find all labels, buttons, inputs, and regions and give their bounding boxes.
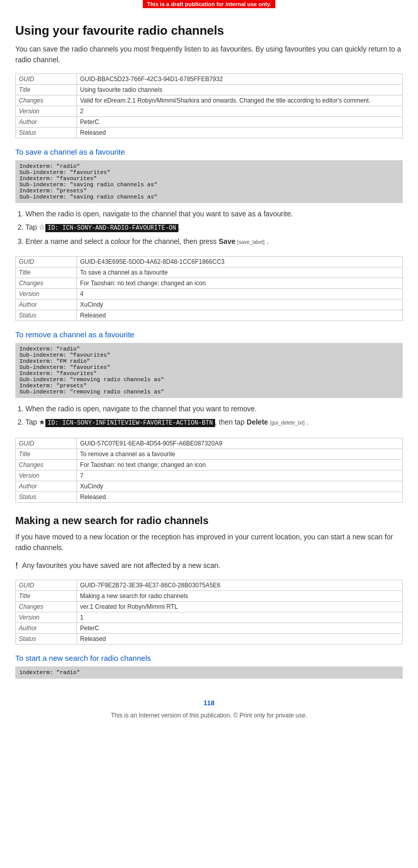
- meta-label-guid: GUID: [16, 74, 77, 85]
- save-label-bracket: [save_label]: [238, 239, 265, 245]
- remove-step-2: Tap ★ID: ICN-SONY-INFINITEVIEW-FAVORITE-…: [25, 416, 403, 428]
- section-remove-heading: To remove a channel as a favourite: [15, 330, 403, 339]
- star-filled-icon: ★: [39, 416, 45, 428]
- meta-table-2: GUID GUID-E43E695E-5D0D-4A62-8D48-1CC6F1…: [15, 256, 403, 321]
- meta2-value-guid: GUID-E43E695E-5D0D-4A62-8D48-1CC6F1866CC…: [77, 256, 403, 267]
- meta2-value-status: Released: [77, 310, 403, 320]
- section-new-search-heading: Making a new search for radio channels: [15, 515, 403, 527]
- meta-value-status: Released: [77, 128, 403, 138]
- meta-value-title: Using favourite radio channels: [77, 85, 403, 95]
- meta4-row-author: Author PeterC: [16, 623, 403, 633]
- meta-table-3: GUID GUID-57C07E91-6EAB-4D54-905F-A6BE08…: [15, 438, 403, 503]
- save-step-1: When the radio is open, navigate to the …: [25, 208, 403, 219]
- meta3-label-changes: Changes: [16, 459, 77, 470]
- meta3-row-title: Title To remove a channel as a favourite: [16, 449, 403, 459]
- meta-row-status: Status Released: [16, 128, 403, 138]
- meta4-label-title: Title: [16, 590, 77, 601]
- meta2-row-author: Author XuCindy: [16, 299, 403, 310]
- meta3-label-status: Status: [16, 491, 77, 502]
- footer-disclaimer: This is an Internet version of this publ…: [15, 712, 403, 719]
- meta3-row-status: Status Released: [16, 491, 403, 502]
- delete-label-bracket: [gui_delete_txt]: [270, 420, 305, 426]
- star-outline-icon: ☆: [39, 221, 45, 233]
- meta3-value-changes: For Taoshan: no text change; changed an …: [77, 459, 403, 470]
- page-title: Using your favourite radio channels: [15, 23, 403, 38]
- meta3-value-version: 7: [77, 470, 403, 481]
- section-save: To save a channel as a favourite Indexte…: [15, 147, 403, 247]
- meta2-label-title: Title: [16, 267, 77, 278]
- meta-row-author: Author PeterC: [16, 117, 403, 128]
- save-bold-label: Save: [219, 237, 236, 245]
- meta-value-changes: Valid for eDream 2.1 Robyn/Mimmi/Sharkir…: [77, 95, 403, 106]
- section-remove-steps: When the radio is open, navigate to the …: [25, 403, 403, 429]
- meta-row-version: Version 2: [16, 106, 403, 117]
- section-remove-index: Indexterm: "radio" Sub-indexterm: "favou…: [15, 343, 403, 398]
- meta4-row-changes: Changes ver.1 Created for Robyn/Mimmi RT…: [16, 601, 403, 612]
- meta2-label-status: Status: [16, 310, 77, 320]
- meta4-value-author: PeterC: [77, 623, 403, 633]
- remove-step-1: When the radio is open, navigate to the …: [25, 403, 403, 414]
- meta3-value-author: XuCindy: [77, 481, 403, 491]
- meta3-label-title: Title: [16, 449, 77, 459]
- meta4-label-version: Version: [16, 612, 77, 623]
- meta4-label-author: Author: [16, 623, 77, 633]
- meta-value-author: PeterC: [77, 117, 403, 128]
- meta2-row-changes: Changes For Taoshan: no text change; cha…: [16, 278, 403, 288]
- meta2-label-changes: Changes: [16, 278, 77, 288]
- meta3-row-author: Author XuCindy: [16, 481, 403, 491]
- meta3-row-version: Version 7: [16, 470, 403, 481]
- meta4-value-changes: ver.1 Created for Robyn/Mimmi RTL: [77, 601, 403, 612]
- meta3-value-status: Released: [77, 491, 403, 502]
- meta4-row-title: Title Making a new search for radio chan…: [16, 590, 403, 601]
- section-new-search: Making a new search for radio channels I…: [15, 515, 403, 571]
- save-icon-highlight: ID: ICN-SONY-AND-RADIO-FAVOURITE-ON: [45, 224, 178, 232]
- save-step-2: Tap ☆ID: ICN-SONY-AND-RADIO-FAVOURITE-ON…: [25, 221, 403, 233]
- warning-note: ! Any favourites you have saved are not …: [15, 561, 403, 571]
- meta-table-4: GUID GUID-7F9E2B72-3E39-4E37-86C0-28B030…: [15, 580, 403, 644]
- meta4-label-guid: GUID: [16, 580, 77, 590]
- meta3-row-changes: Changes For Taoshan: no text change; cha…: [16, 459, 403, 470]
- meta3-label-author: Author: [16, 481, 77, 491]
- meta2-label-guid: GUID: [16, 256, 77, 267]
- meta2-value-version: 4: [77, 288, 403, 299]
- meta-row-guid: GUID GUID-BBAC5D23-766F-42C3-94D1-6785FF…: [16, 74, 403, 85]
- meta-label-status: Status: [16, 128, 77, 138]
- meta4-row-version: Version 1: [16, 612, 403, 623]
- section-save-index: Indexterm: "radio" Sub-indexterm: "favou…: [15, 160, 403, 203]
- meta2-value-title: To save a channel as a favourite: [77, 267, 403, 278]
- meta4-value-version: 1: [77, 612, 403, 623]
- meta2-label-version: Version: [16, 288, 77, 299]
- section-new-search-sub: To start a new search for radio channels…: [15, 654, 403, 679]
- meta3-label-guid: GUID: [16, 438, 77, 449]
- meta-label-changes: Changes: [16, 95, 77, 106]
- meta4-value-status: Released: [77, 633, 403, 644]
- meta4-label-status: Status: [16, 633, 77, 644]
- save-step-3: Enter a name and select a colour for the…: [25, 236, 403, 247]
- meta3-value-guid: GUID-57C07E91-6EAB-4D54-905F-A6BE087320A…: [77, 438, 403, 449]
- meta2-row-version: Version 4: [16, 288, 403, 299]
- meta2-label-author: Author: [16, 299, 77, 310]
- meta-label-author: Author: [16, 117, 77, 128]
- warning-text: Any favourites you have saved are not af…: [22, 561, 220, 569]
- section-new-search-index: indexterm: "radio": [15, 666, 403, 679]
- meta-value-version: 2: [77, 106, 403, 117]
- meta4-value-guid: GUID-7F9E2B72-3E39-4E37-86C0-28B03075A5E…: [77, 580, 403, 590]
- meta3-row-guid: GUID GUID-57C07E91-6EAB-4D54-905F-A6BE08…: [16, 438, 403, 449]
- section-new-search-sub-heading: To start a new search for radio channels: [15, 654, 403, 662]
- draft-banner: This is a draft publication for internal…: [143, 0, 275, 8]
- meta-label-version: Version: [16, 106, 77, 117]
- meta3-label-version: Version: [16, 470, 77, 481]
- meta-value-guid: GUID-BBAC5D23-766F-42C3-94D1-6785FFEB793…: [77, 74, 403, 85]
- meta2-row-status: Status Released: [16, 310, 403, 320]
- section-save-steps: When the radio is open, navigate to the …: [25, 208, 403, 247]
- meta4-value-title: Making a new search for radio channels: [77, 590, 403, 601]
- remove-icon-highlight: ID: ICN-SONY-INFINITEVIEW-FAVORITE-ACTIO…: [45, 419, 215, 427]
- section-save-heading: To save a channel as a favourite: [15, 147, 403, 156]
- delete-bold-label: Delete: [247, 418, 268, 426]
- meta4-row-status: Status Released: [16, 633, 403, 644]
- page-number: 118: [15, 699, 403, 707]
- meta4-row-guid: GUID GUID-7F9E2B72-3E39-4E37-86C0-28B030…: [16, 580, 403, 590]
- section-new-search-intro: If you have moved to a new location or t…: [15, 532, 403, 553]
- meta3-value-title: To remove a channel as a favourite: [77, 449, 403, 459]
- meta2-row-title: Title To save a channel as a favourite: [16, 267, 403, 278]
